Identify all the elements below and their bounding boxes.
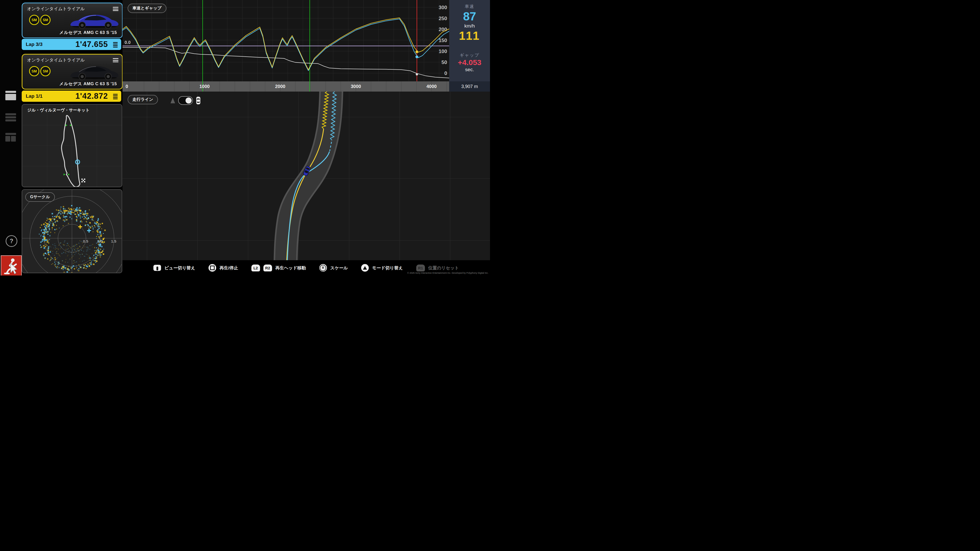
g-circle-panel: Gサークル 0.51.01.5 bbox=[22, 189, 122, 273]
control-4[interactable]: モード切り替え bbox=[361, 264, 403, 272]
r2-button-icon[interactable]: R2 bbox=[263, 265, 272, 272]
lap-card-1[interactable]: オンラインタイムトライアル SM SM メルセデス AMG C 63 S '15 bbox=[22, 3, 123, 38]
gap-zero-label: 0.0 bbox=[124, 40, 130, 45]
chart-badge: 車速とギャップ bbox=[127, 3, 166, 13]
lap-count: Lap 1/1 bbox=[26, 94, 42, 99]
control-label: 位置のリセット bbox=[428, 265, 459, 271]
y-tick-label: 250 bbox=[439, 16, 447, 21]
g-scatter-points bbox=[39, 205, 106, 273]
g-circle-plot: 0.51.01.5 bbox=[22, 190, 122, 273]
speed-value-lap1: 111 bbox=[449, 29, 490, 43]
replay-data-logger-screen: ? オンラインタイムトライアル SM SM メルセデス AMG C 63 S '… bbox=[0, 0, 490, 275]
position-arrow-icon[interactable] bbox=[170, 98, 175, 103]
control-label: 再生ヘッド移動 bbox=[275, 265, 306, 271]
right-stick-icon[interactable]: R bbox=[319, 264, 327, 272]
control-0[interactable]: ビュー切り替え bbox=[153, 265, 195, 271]
lap-time: 1'42.872 bbox=[76, 92, 108, 101]
gap-value: +4.053 bbox=[449, 58, 490, 67]
x-tick-label: 0 bbox=[126, 84, 128, 89]
car-name: メルセデス AMG C 63 S '15 bbox=[59, 81, 117, 87]
square-button-icon[interactable] bbox=[208, 264, 216, 272]
speed-gap-chart: 010002000300040000501001502002503000.0 bbox=[123, 0, 449, 92]
left-sidebar: ? bbox=[0, 0, 22, 275]
g-mean-marker bbox=[87, 228, 91, 233]
control-2[interactable]: L2R2再生ヘッド移動 bbox=[251, 265, 306, 272]
control-5: R1位置のリセット bbox=[416, 265, 459, 272]
car-name: メルセデス AMG C 63 S '15 bbox=[59, 30, 117, 35]
driving-line-toggle[interactable] bbox=[178, 96, 193, 105]
l2-button-icon[interactable]: L2 bbox=[251, 265, 260, 272]
help-button[interactable]: ? bbox=[6, 235, 18, 247]
tire-badge-rear: SM bbox=[40, 66, 51, 76]
copyright-text: © 2025 Sony Interactive Entertainment In… bbox=[407, 272, 488, 274]
g-ring-label: 1.5 bbox=[111, 239, 116, 243]
g-circle-badge: Gサークル bbox=[25, 192, 55, 202]
g-ring-label: 0.5 bbox=[83, 239, 88, 243]
g-ring-label: 1.0 bbox=[97, 239, 102, 243]
triangle-button-icon[interactable] bbox=[361, 264, 369, 272]
distance-axis bbox=[123, 81, 449, 92]
control-label: 再生/停止 bbox=[220, 265, 238, 271]
tire-badge-rear: SM bbox=[40, 15, 51, 25]
y-tick-label: 0 bbox=[444, 70, 447, 76]
y-tick-label: 200 bbox=[439, 27, 447, 32]
mouse-cursor bbox=[10, 263, 18, 275]
control-3[interactable]: Rスケール bbox=[319, 264, 348, 272]
y-tick-label: 300 bbox=[439, 5, 447, 10]
x-tick-label: 3000 bbox=[351, 84, 361, 89]
track-map-panel: ジル・ヴィルヌーヴ・サーキット bbox=[22, 104, 122, 187]
y-tick-label: 100 bbox=[439, 48, 447, 54]
x-tick-label: 1000 bbox=[199, 84, 210, 89]
y-tick-label: 50 bbox=[442, 59, 447, 65]
lap-count: Lap 3/3 bbox=[26, 41, 42, 47]
single-view-icon[interactable] bbox=[5, 91, 16, 101]
car-image-blue bbox=[69, 10, 120, 30]
tire-badge-front: SM bbox=[29, 66, 39, 76]
speed-value-lap3: 87 bbox=[449, 10, 490, 23]
lap-time: 1'47.655 bbox=[76, 40, 108, 49]
car-image-black bbox=[69, 61, 120, 81]
lap-row-1[interactable]: Lap 3/3 1'47.655 bbox=[22, 39, 121, 50]
control-label: ビュー切り替え bbox=[164, 265, 195, 271]
lap-menu-icon[interactable] bbox=[113, 42, 118, 48]
help-label: ? bbox=[10, 238, 13, 245]
driving-line-badge: 走行ライン bbox=[127, 95, 158, 104]
lap-row-2[interactable]: Lap 1/1 1'42.872 bbox=[22, 91, 121, 102]
car-icon[interactable] bbox=[196, 97, 200, 105]
r1-button-icon: R1 bbox=[416, 265, 425, 272]
touchpad-icon[interactable] bbox=[153, 265, 161, 271]
playhead-marker-dot bbox=[416, 73, 418, 76]
list-view-icon[interactable] bbox=[5, 113, 16, 122]
speed-label: 車速 bbox=[449, 3, 490, 10]
playhead-marker-dot bbox=[415, 51, 418, 53]
control-1[interactable]: 再生/停止 bbox=[208, 264, 238, 272]
telemetry-panel: 車速 87 km/h 111 ギャップ +4.053 sec. bbox=[449, 0, 490, 81]
control-label: スケール bbox=[330, 265, 348, 271]
playhead-marker-dot bbox=[415, 56, 418, 58]
gap-unit: sec. bbox=[449, 67, 490, 73]
split-view-icon[interactable] bbox=[5, 133, 16, 141]
control-label: モード切り替え bbox=[372, 265, 403, 271]
speed-unit: km/h bbox=[449, 23, 490, 29]
lap-card-2[interactable]: オンラインタイムトライアル SM SM メルセデス AMG C 63 S '15 bbox=[22, 54, 123, 89]
tire-badge-front: SM bbox=[29, 15, 39, 25]
driving-line-map bbox=[123, 92, 490, 260]
track-outline bbox=[62, 115, 80, 187]
lap-menu-icon[interactable] bbox=[113, 94, 118, 100]
g-mean-marker bbox=[78, 224, 83, 229]
finish-flag-icon bbox=[81, 179, 85, 183]
gap-label: ギャップ bbox=[449, 52, 490, 58]
x-tick-label: 2000 bbox=[275, 84, 285, 89]
x-tick-label: 4000 bbox=[426, 84, 437, 89]
track-minimap bbox=[22, 105, 122, 187]
playhead-distance: 3,907 m bbox=[449, 81, 490, 92]
track-name: ジル・ヴィルヌーヴ・サーキット bbox=[27, 108, 89, 113]
